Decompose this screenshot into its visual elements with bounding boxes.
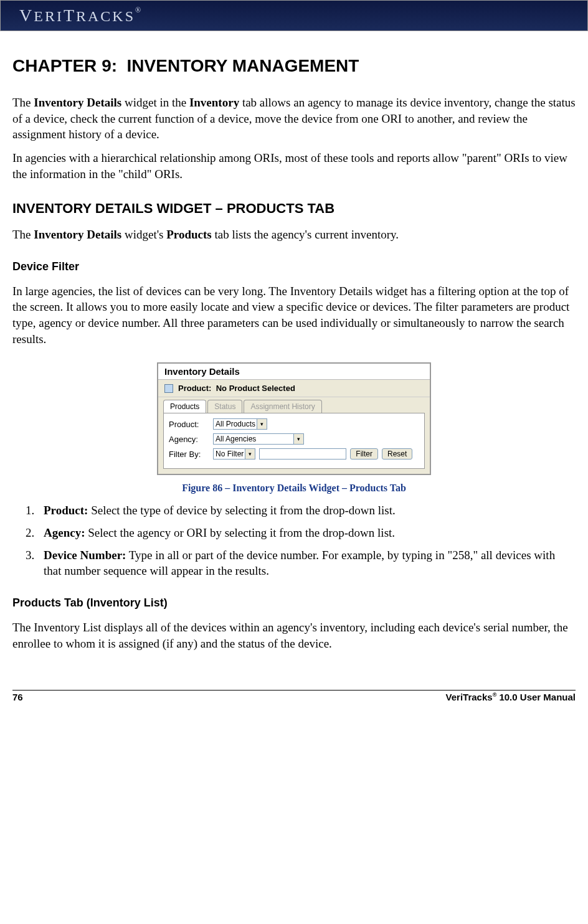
chevron-down-icon: ▾ [245,448,255,460]
widget-tab-body: Product: All Products▾ Agency: All Agenc… [163,413,425,469]
product-label: Product: [169,420,209,429]
page-footer: 76 VeriTracks® 10.0 User Manual [12,690,576,702]
filterby-select[interactable]: No Filter▾ [213,448,255,460]
filterby-label: Filter By: [169,450,209,459]
tab-products[interactable]: Products [163,400,206,413]
intro-paragraph-1: The Inventory Details widget in the Inve… [12,95,576,143]
list-item: Agency: Select the agency or ORI by sele… [37,525,576,541]
chapter-title: CHAPTER 9: INVENTORY MANAGEMENT [12,56,576,76]
steps-list: Product: Select the type of device by se… [37,502,576,579]
agency-label: Agency: [169,435,209,444]
intro-paragraph-2: In agencies with a hierarchical relation… [12,150,576,182]
brand-logo: VVERITRACKSERITRACKS® [19,6,143,26]
chevron-down-icon: ▾ [294,433,304,445]
agency-select[interactable]: All Agencies▾ [213,433,304,445]
list-item: Device Number: Type in all or part of th… [37,547,576,579]
section-heading-products-tab: INVENTORY DETAILS WIDGET – PRODUCTS TAB [12,200,576,217]
subheading-device-filter: Device Filter [12,260,576,273]
brand-banner: VVERITRACKSERITRACKS® [0,0,588,31]
products-tab-paragraph: The Inventory Details widget's Products … [12,227,576,243]
widget-tabs: Products Status Assignment History [158,397,430,413]
manual-title: VeriTracks® 10.0 User Manual [446,692,576,702]
page-content: CHAPTER 9: INVENTORY MANAGEMENT The Inve… [0,31,588,665]
figure-caption: Figure 86 – Inventory Details Widget – P… [182,483,406,494]
filter-text-input[interactable] [259,448,346,460]
widget-subtitle-bar: Product: No Product Selected [158,380,430,397]
figure-86: Inventory Details Product: No Product Se… [12,362,576,494]
widget-title: Inventory Details [158,364,430,380]
inventory-details-widget: Inventory Details Product: No Product Se… [157,362,431,475]
device-filter-paragraph: In large agencies, the list of devices c… [12,283,576,347]
product-icon [164,384,173,393]
list-item: Product: Select the type of device by se… [37,502,576,519]
inventory-list-paragraph: The Inventory List displays all of the d… [12,620,576,651]
chevron-down-icon: ▾ [257,418,267,430]
filter-button[interactable]: Filter [350,448,378,460]
page-number: 76 [12,692,23,702]
tab-assignment-history[interactable]: Assignment History [244,400,321,413]
subheading-products-tab-list: Products Tab (Inventory List) [12,596,576,610]
tab-status[interactable]: Status [207,400,242,413]
reset-button[interactable]: Reset [382,448,412,460]
product-select[interactable]: All Products▾ [213,418,267,430]
